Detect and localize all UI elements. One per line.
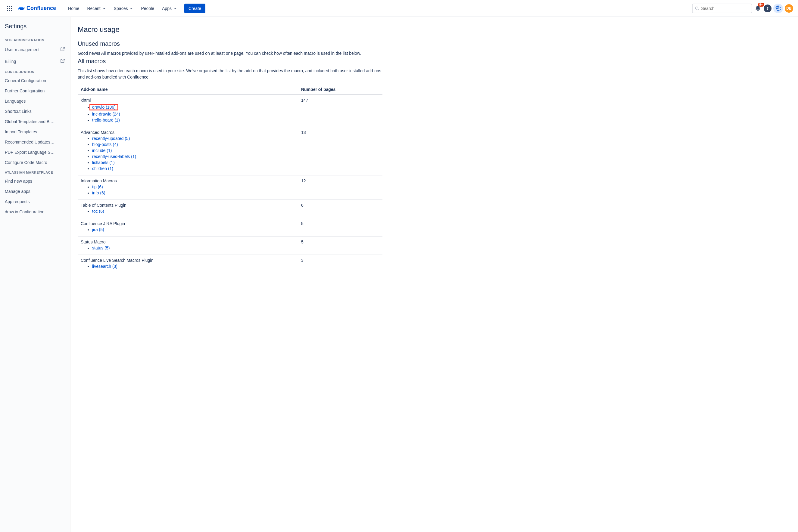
macro-list-item: drawio (106)	[92, 103, 301, 111]
sidebar-item[interactable]: Languages	[0, 96, 70, 106]
sidebar-item[interactable]: PDF Export Language S…	[0, 147, 70, 157]
chevron-down-icon	[174, 7, 177, 10]
macro-table: Add-on name Number of pages xhtmldrawio …	[78, 84, 382, 273]
macro-list: jira (5)	[81, 227, 301, 233]
macro-link[interactable]: include (1)	[92, 148, 112, 153]
addon-name: Advanced Macros	[81, 130, 301, 135]
page-count: 13	[301, 130, 379, 172]
macro-link[interactable]: status (5)	[92, 246, 110, 250]
macro-link[interactable]: listlabels (1)	[92, 160, 115, 165]
sidebar-item[interactable]: App requests	[0, 196, 70, 207]
help-button[interactable]	[764, 4, 772, 12]
table-row: Advanced Macrosrecently-updated (5)blog-…	[78, 127, 382, 175]
search-input[interactable]	[701, 6, 749, 11]
nav-apps[interactable]: Apps	[158, 4, 181, 13]
addon-name: xhtml	[81, 98, 301, 102]
macro-list-item: include (1)	[92, 148, 301, 153]
svg-rect-6	[7, 10, 8, 11]
user-avatar[interactable]: DB	[785, 4, 793, 13]
sidebar-item[interactable]: User management	[0, 44, 70, 55]
macro-link[interactable]: toc (6)	[92, 209, 104, 214]
col-addon-name: Add-on name	[81, 87, 301, 92]
macro-list-item: toc (6)	[92, 208, 301, 214]
sidebar-item-label: Recommended Updates…	[5, 140, 55, 145]
unused-macros-heading: Unused macros	[78, 40, 382, 47]
sidebar-item-label: Manage apps	[5, 189, 31, 194]
unused-macros-text: Good news! All macros provided by user-i…	[78, 50, 382, 57]
page-title: Macro usage	[78, 25, 382, 34]
addon-name: Confluence Live Search Macros Plugin	[81, 258, 301, 263]
nav-spaces[interactable]: Spaces	[110, 4, 137, 13]
macro-list: recently-updated (5)blog-posts (4)includ…	[81, 135, 301, 172]
product-name: Confluence	[26, 5, 56, 12]
sidebar-item-label: PDF Export Language S…	[5, 150, 55, 155]
macro-list-item: info (6)	[92, 190, 301, 196]
macro-list-item: trello-board (1)	[92, 117, 301, 123]
all-macros-heading: All macros	[78, 58, 382, 65]
main-layout: Settings SITE ADMINISTRATIONUser managem…	[0, 17, 798, 532]
page-count: 12	[301, 178, 379, 196]
sidebar-item[interactable]: Recommended Updates…	[0, 137, 70, 147]
sidebar-item[interactable]: draw.io Configuration	[0, 207, 70, 217]
settings-sidebar: Settings SITE ADMINISTRATIONUser managem…	[0, 17, 71, 532]
table-header: Add-on name Number of pages	[78, 84, 382, 95]
sidebar-item-label: Find new apps	[5, 179, 32, 184]
macro-link[interactable]: blog-posts (4)	[92, 142, 118, 147]
nav-home[interactable]: Home	[65, 4, 83, 13]
create-button[interactable]: Create	[184, 4, 205, 13]
svg-rect-0	[7, 6, 8, 7]
confluence-icon	[18, 5, 25, 12]
macro-list-item: tip (6)	[92, 184, 301, 190]
sidebar-item-label: draw.io Configuration	[5, 209, 44, 214]
macro-list: drawio (106)inc-drawio (24)trello-board …	[81, 103, 301, 123]
sidebar-item[interactable]: Shortcut Links	[0, 106, 70, 116]
svg-point-9	[695, 7, 698, 9]
nav-links: Home Recent Spaces People Apps Create	[65, 4, 205, 13]
macro-link[interactable]: inc-drawio (24)	[92, 112, 120, 116]
macro-link[interactable]: jira (5)	[92, 227, 104, 232]
all-macros-text: This list shows how often each macro is …	[78, 68, 382, 80]
macro-link[interactable]: drawio (106)	[92, 105, 116, 110]
sidebar-item[interactable]: General Configuration	[0, 76, 70, 86]
sidebar-item[interactable]: Billing	[0, 55, 70, 67]
sidebar-item[interactable]: Find new apps	[0, 176, 70, 186]
nav-people[interactable]: People	[137, 4, 158, 13]
sidebar-item-label: Global Templates and Bl…	[5, 119, 55, 124]
app-switcher-icon[interactable]	[5, 4, 15, 13]
macro-link[interactable]: recently-used-labels (1)	[92, 154, 136, 159]
help-icon	[765, 6, 770, 11]
macro-list-item: listlabels (1)	[92, 159, 301, 166]
macro-link[interactable]: recently-updated (5)	[92, 136, 130, 141]
notifications-button[interactable]: 9+	[754, 4, 762, 12]
macro-link[interactable]: children (1)	[92, 166, 113, 171]
addon-name: Information Macros	[81, 178, 301, 183]
confluence-logo[interactable]: Confluence	[16, 5, 58, 12]
macro-link[interactable]: trello-board (1)	[92, 118, 120, 122]
search-box[interactable]	[692, 4, 752, 13]
macro-list: tip (6)info (6)	[81, 184, 301, 196]
macro-list-item: jira (5)	[92, 227, 301, 233]
nav-recent[interactable]: Recent	[84, 4, 109, 13]
col-number-pages: Number of pages	[301, 87, 379, 92]
search-icon	[695, 6, 699, 11]
macro-link[interactable]: info (6)	[92, 190, 105, 195]
sidebar-item-label: General Configuration	[5, 78, 46, 83]
table-row: Table of Contents Plugintoc (6)6	[78, 200, 382, 218]
sidebar-item[interactable]: Manage apps	[0, 186, 70, 196]
sidebar-item[interactable]: Global Templates and Bl…	[0, 116, 70, 127]
external-link-icon	[60, 58, 65, 64]
table-row: Confluence JIRA Pluginjira (5)5	[78, 218, 382, 236]
sidebar-item-label: Import Templates	[5, 129, 37, 134]
addon-name: Confluence JIRA Plugin	[81, 221, 301, 226]
sidebar-item[interactable]: Further Configuration	[0, 86, 70, 96]
settings-button[interactable]	[773, 4, 783, 13]
table-row: Confluence Live Search Macros Pluginlive…	[78, 255, 382, 273]
sidebar-item[interactable]: Configure Code Macro	[0, 157, 70, 168]
macro-list: status (5)	[81, 245, 301, 251]
macro-link[interactable]: livesearch (3)	[92, 264, 117, 269]
macro-link[interactable]: tip (6)	[92, 185, 103, 189]
page-count: 5	[301, 240, 379, 251]
chevron-down-icon	[129, 7, 133, 10]
gear-icon	[775, 5, 781, 12]
sidebar-item[interactable]: Import Templates	[0, 127, 70, 137]
